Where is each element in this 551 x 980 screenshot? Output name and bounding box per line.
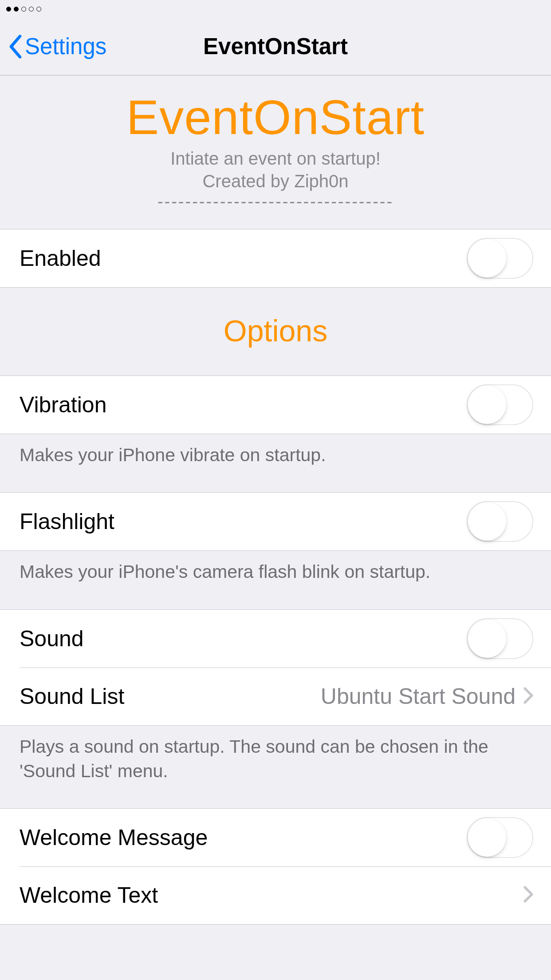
sound-toggle[interactable] bbox=[467, 618, 533, 659]
flashlight-toggle[interactable] bbox=[467, 501, 533, 542]
welcome-group: Welcome Message Welcome Text bbox=[0, 808, 551, 925]
sound-list-label: Sound List bbox=[20, 684, 321, 709]
status-bar bbox=[0, 0, 551, 18]
toggle-knob bbox=[468, 620, 506, 658]
toggle-knob bbox=[468, 386, 506, 424]
enabled-cell[interactable]: Enabled bbox=[0, 229, 551, 287]
welcome-message-cell[interactable]: Welcome Message bbox=[0, 809, 551, 866]
back-button[interactable]: Settings bbox=[9, 33, 106, 59]
signal-dot-icon bbox=[29, 7, 34, 12]
sound-list-cell[interactable]: Sound List Ubuntu Start Sound bbox=[0, 668, 551, 725]
sound-label: Sound bbox=[20, 626, 467, 652]
back-label: Settings bbox=[25, 33, 106, 59]
flashlight-label: Flashlight bbox=[20, 509, 467, 534]
toggle-knob bbox=[468, 818, 506, 857]
signal-dot-icon bbox=[14, 7, 19, 12]
app-title: EventOnStart bbox=[0, 89, 551, 145]
chevron-right-icon bbox=[523, 687, 533, 706]
vibration-cell[interactable]: Vibration bbox=[0, 376, 551, 434]
sound-footer: Plays a sound on startup. The sound can … bbox=[0, 726, 551, 809]
flashlight-footer: Makes your iPhone's camera flash blink o… bbox=[0, 551, 551, 609]
sound-list-value: Ubuntu Start Sound bbox=[321, 684, 516, 709]
vibration-footer: Makes your iPhone vibrate on startup. bbox=[0, 434, 551, 492]
welcome-message-toggle[interactable] bbox=[467, 817, 533, 858]
sound-cell[interactable]: Sound bbox=[0, 610, 551, 668]
flashlight-group: Flashlight bbox=[0, 492, 551, 551]
toggle-knob bbox=[468, 239, 506, 277]
sound-group: Sound Sound List Ubuntu Start Sound bbox=[0, 609, 551, 726]
app-divider: ---------------------------------- bbox=[0, 192, 551, 211]
enabled-toggle[interactable] bbox=[467, 238, 533, 279]
enabled-group: Enabled bbox=[0, 229, 551, 288]
enabled-label: Enabled bbox=[20, 245, 467, 271]
navigation-bar: Settings EventOnStart bbox=[0, 18, 551, 75]
header-section: EventOnStart Intiate an event on startup… bbox=[0, 75, 551, 229]
welcome-message-label: Welcome Message bbox=[20, 825, 467, 850]
welcome-text-label: Welcome Text bbox=[20, 882, 516, 908]
toggle-knob bbox=[468, 502, 506, 541]
signal-dot-icon bbox=[36, 7, 41, 12]
vibration-toggle[interactable] bbox=[467, 384, 533, 425]
welcome-text-cell[interactable]: Welcome Text bbox=[0, 866, 551, 924]
page-title: EventOnStart bbox=[203, 33, 348, 59]
options-header: Options bbox=[0, 288, 551, 375]
signal-dot-icon bbox=[6, 7, 11, 12]
vibration-group: Vibration bbox=[0, 375, 551, 434]
chevron-left-icon bbox=[9, 35, 22, 59]
app-subtitle: Intiate an event on startup! bbox=[0, 149, 551, 169]
signal-dot-icon bbox=[21, 7, 26, 12]
app-author: Created by Ziph0n bbox=[0, 171, 551, 191]
chevron-right-icon bbox=[523, 886, 533, 905]
flashlight-cell[interactable]: Flashlight bbox=[0, 493, 551, 550]
vibration-label: Vibration bbox=[20, 392, 467, 418]
